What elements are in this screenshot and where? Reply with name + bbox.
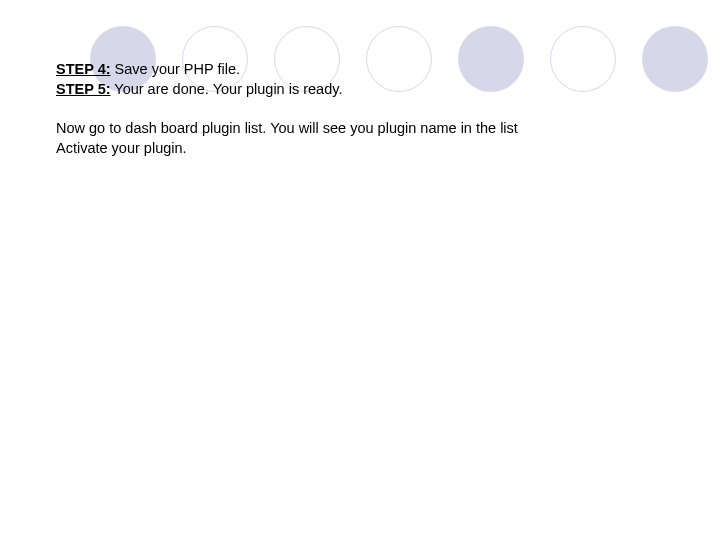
step-text: Save your PHP file. [111, 61, 241, 77]
body-text: Activate your plugin. [56, 139, 666, 159]
step-label: STEP 4: [56, 61, 111, 77]
step-line: STEP 5: Your are done. Your plugin is re… [56, 80, 666, 100]
body-text: Now go to dash board plugin list. You wi… [56, 119, 666, 139]
step-text: Your are done. Your plugin is ready. [111, 81, 343, 97]
step-line: STEP 4: Save your PHP file. [56, 60, 666, 80]
step-label: STEP 5: [56, 81, 111, 97]
slide-content: STEP 4: Save your PHP file. STEP 5: Your… [56, 60, 666, 158]
